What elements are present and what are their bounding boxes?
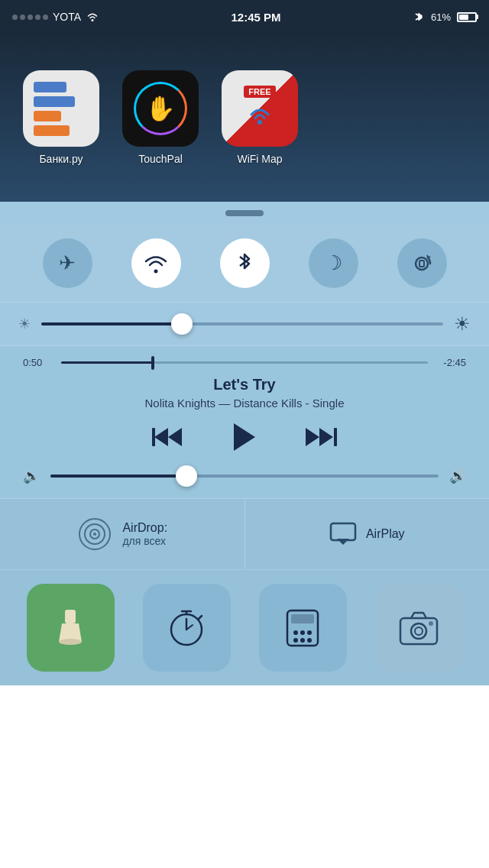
- svg-point-29: [293, 630, 298, 635]
- bluetooth-status-icon: [413, 11, 425, 22]
- free-badge: FREE: [244, 86, 275, 98]
- status-time: 12:45 PM: [232, 11, 281, 24]
- dot-1: [12, 15, 18, 20]
- touchpal-ring: ✋: [134, 82, 187, 135]
- svg-rect-28: [291, 614, 314, 623]
- rotation-toggle[interactable]: [397, 238, 447, 288]
- volume-low-icon: 🔈: [23, 468, 40, 484]
- play-button[interactable]: [231, 422, 258, 455]
- banks-bar-1: [34, 82, 66, 92]
- fastforward-icon: [304, 425, 338, 449]
- camera-icon: [399, 611, 439, 646]
- airplane-toggle[interactable]: ✈: [43, 238, 92, 288]
- wifimap-inner: FREE: [222, 70, 298, 147]
- airplay-label: AirPlay: [366, 527, 405, 541]
- battery-icon: [457, 12, 477, 22]
- app-label-touchpal: TouchPal: [138, 153, 183, 165]
- bluetooth-toggle[interactable]: [220, 238, 270, 288]
- airdrop-label: AirDrop: для всех: [122, 521, 167, 547]
- volume-row: 🔈 🔊: [23, 468, 466, 484]
- airplay-icon: [329, 522, 357, 546]
- banks-bar-2: [34, 96, 75, 107]
- remaining-time: -2:45: [437, 357, 466, 368]
- brightness-fill: [41, 322, 182, 326]
- svg-point-20: [59, 639, 82, 645]
- app-icon-wifimap[interactable]: FREE: [222, 70, 298, 147]
- rotation-icon: [410, 251, 434, 276]
- app-item-wifimap[interactable]: FREE WiFi Map: [222, 70, 298, 165]
- status-left: YOTA: [12, 11, 99, 23]
- handle-bar: [225, 210, 264, 216]
- svg-point-38: [429, 621, 433, 626]
- svg-rect-7: [152, 428, 155, 446]
- progress-thumb[interactable]: [151, 356, 154, 370]
- signal-dots: [12, 15, 48, 20]
- calculator-icon: [285, 608, 320, 648]
- dot-4: [35, 15, 40, 20]
- battery-percentage: 61%: [431, 11, 451, 23]
- brightness-slider[interactable]: [41, 322, 443, 326]
- app-icon-touchpal[interactable]: ✋: [122, 70, 199, 147]
- svg-point-32: [293, 638, 298, 643]
- brightness-row: ☀ ☀: [0, 302, 489, 346]
- svg-point-0: [92, 19, 94, 21]
- svg-point-2: [154, 269, 158, 273]
- fastforward-button[interactable]: [304, 425, 338, 452]
- volume-fill: [50, 474, 186, 478]
- playback-controls: [23, 422, 466, 455]
- svg-marker-8: [234, 423, 255, 451]
- svg-point-30: [300, 630, 305, 635]
- timer-button[interactable]: [143, 584, 231, 672]
- dot-2: [20, 15, 25, 20]
- song-artist: Nolita Knights — Distance Kills - Single: [23, 397, 466, 410]
- cc-handle[interactable]: [0, 202, 489, 225]
- rewind-icon: [151, 425, 185, 449]
- volume-high-icon: 🔊: [449, 468, 466, 484]
- svg-point-33: [300, 638, 305, 643]
- svg-line-26: [199, 616, 202, 619]
- volume-slider[interactable]: [50, 474, 439, 478]
- dot-5: [43, 15, 48, 20]
- brightness-thumb[interactable]: [171, 313, 193, 335]
- bluetooth-toggle-icon: [235, 251, 254, 276]
- svg-marker-5: [154, 428, 168, 446]
- flashlight-button[interactable]: [27, 584, 115, 672]
- carrier-label: YOTA: [53, 11, 81, 23]
- airdrop-title: AirDrop:: [122, 521, 167, 535]
- app-label-banks: Банки.ру: [39, 153, 83, 165]
- svg-point-15: [93, 533, 96, 536]
- timer-icon: [167, 608, 206, 648]
- donotdisturb-toggle[interactable]: ☽: [309, 238, 358, 288]
- svg-point-3: [416, 257, 428, 270]
- brightness-low-icon: ☀: [18, 316, 31, 332]
- share-row: AirDrop: для всех AirPlay: [0, 499, 489, 570]
- app-item-touchpal[interactable]: ✋ TouchPal: [122, 70, 199, 165]
- airplay-button[interactable]: AirPlay: [245, 499, 490, 569]
- wifi-toggle-icon: [144, 253, 168, 274]
- toggle-row: ✈ ☽: [0, 225, 489, 302]
- rewind-button[interactable]: [151, 425, 185, 452]
- airdrop-button[interactable]: AirDrop: для всех: [0, 499, 245, 569]
- current-time: 0:50: [23, 357, 52, 368]
- svg-marker-17: [337, 539, 349, 545]
- app-item-banks[interactable]: Банки.ру: [23, 70, 99, 165]
- song-title: Let's Try: [23, 376, 466, 394]
- tools-row: [0, 570, 489, 685]
- svg-marker-10: [319, 428, 333, 446]
- banks-bar-3: [34, 111, 61, 121]
- svg-marker-9: [306, 428, 319, 446]
- moon-icon: ☽: [325, 251, 342, 275]
- camera-button[interactable]: [375, 584, 463, 672]
- svg-marker-6: [168, 428, 182, 446]
- status-right: 61%: [413, 11, 477, 23]
- banks-bar-4: [34, 125, 70, 136]
- airplane-icon: ✈: [59, 251, 76, 275]
- volume-thumb[interactable]: [176, 465, 197, 487]
- progress-track[interactable]: [61, 361, 428, 364]
- wifi-toggle[interactable]: [131, 238, 181, 288]
- music-player: 0:50 -2:45 Let's Try Nolita Knights — Di…: [0, 346, 489, 499]
- app-icon-banks[interactable]: [23, 70, 99, 147]
- calculator-button[interactable]: [259, 584, 347, 672]
- svg-rect-11: [334, 428, 337, 446]
- app-label-wifimap: WiFi Map: [237, 153, 282, 165]
